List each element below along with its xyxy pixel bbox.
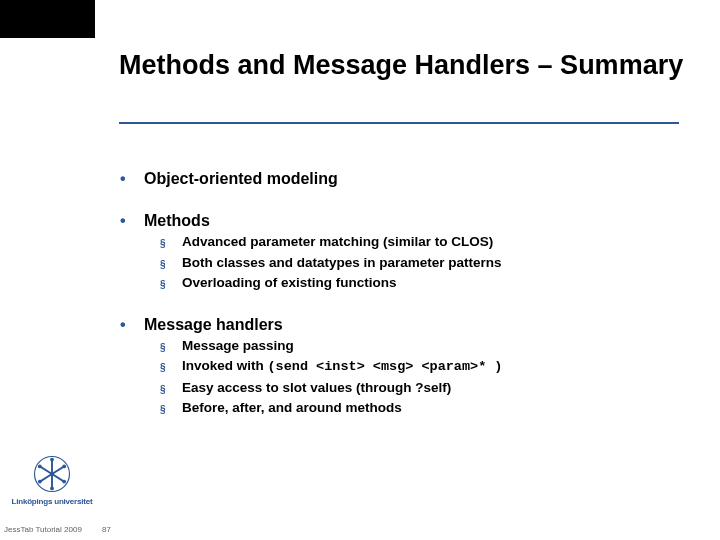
bullet-text: Methods xyxy=(144,212,210,230)
seal-icon xyxy=(33,455,71,493)
footer: JessTab Tutorial 2009 87 xyxy=(4,525,111,534)
subbullet-text: Advanced parameter matching (similar to … xyxy=(182,233,493,251)
subbullet-classes: § Both classes and datatypes in paramete… xyxy=(160,254,690,272)
svg-point-4 xyxy=(50,487,54,491)
svg-point-1 xyxy=(50,458,54,462)
subbullet-text: Easy access to slot values (through ?sel… xyxy=(182,379,451,397)
bullet-square-icon: § xyxy=(160,237,182,250)
bullet-text: Object-oriented modeling xyxy=(144,170,338,188)
svg-point-3 xyxy=(62,480,66,484)
subbullet-text: Message passing xyxy=(182,337,294,355)
subbullet-text: Before, after, and around methods xyxy=(182,399,402,417)
svg-point-6 xyxy=(38,465,42,469)
bullet-square-icon: § xyxy=(160,278,182,291)
subbullet-slot-access: § Easy access to slot values (through ?s… xyxy=(160,379,690,397)
bullet-oom: • Object-oriented modeling xyxy=(120,170,690,188)
bullet-square-icon: § xyxy=(160,361,182,374)
subbullet-text: Both classes and datatypes in parameter … xyxy=(182,254,502,272)
subbullet-overloading: § Overloading of existing functions xyxy=(160,274,690,292)
svg-point-2 xyxy=(62,465,66,469)
bullet-text: Message handlers xyxy=(144,316,283,334)
university-logo: Linköpings universitet xyxy=(10,455,94,506)
subbullet-before-after: § Before, after, and around methods xyxy=(160,399,690,417)
bullet-square-icon: § xyxy=(160,383,182,396)
bullet-square-icon: § xyxy=(160,403,182,416)
bullet-dot-icon: • xyxy=(120,316,144,334)
logo-text: Linköpings universitet xyxy=(10,497,94,506)
subbullet-invoked: § Invoked with (send <inst> <msg> <param… xyxy=(160,357,690,376)
header-black-box xyxy=(0,0,95,38)
page-title: Methods and Message Handlers – Summary xyxy=(119,50,699,82)
title-underline xyxy=(119,122,679,124)
bullet-message-handlers: • Message handlers xyxy=(120,316,690,334)
invoked-code: (send <inst> <msg> <param>* ) xyxy=(268,359,503,374)
subbullet-text: Invoked with (send <inst> <msg> <param>*… xyxy=(182,357,502,376)
subbullet-advanced: § Advanced parameter matching (similar t… xyxy=(160,233,690,251)
bullet-methods: • Methods xyxy=(120,212,690,230)
content-area: • Object-oriented modeling • Methods § A… xyxy=(120,160,690,417)
slide: Methods and Message Handlers – Summary •… xyxy=(0,0,720,540)
svg-point-7 xyxy=(50,472,55,477)
svg-point-5 xyxy=(38,480,42,484)
invoked-prefix: Invoked with xyxy=(182,358,268,373)
bullet-dot-icon: • xyxy=(120,170,144,188)
subbullet-text: Overloading of existing functions xyxy=(182,274,397,292)
page-number: 87 xyxy=(102,525,111,534)
bullet-square-icon: § xyxy=(160,341,182,354)
footer-text: JessTab Tutorial 2009 xyxy=(4,525,82,534)
bullet-square-icon: § xyxy=(160,258,182,271)
bullet-dot-icon: • xyxy=(120,212,144,230)
subbullet-passing: § Message passing xyxy=(160,337,690,355)
